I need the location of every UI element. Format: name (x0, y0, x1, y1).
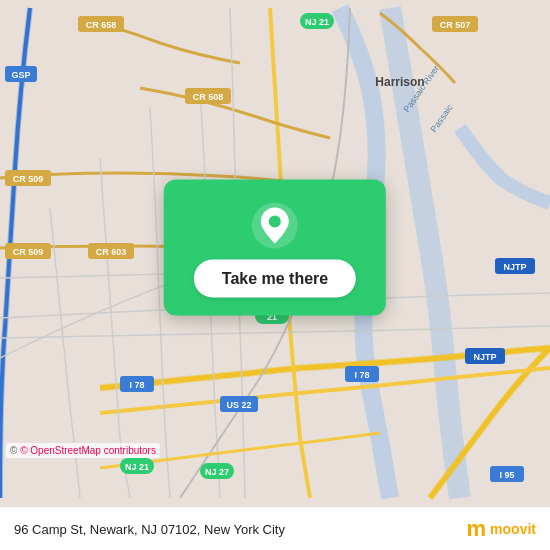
svg-text:I 95: I 95 (499, 470, 514, 480)
moovit-m-icon: m (467, 516, 487, 542)
osm-link[interactable]: © OpenStreetMap contributors (20, 445, 156, 456)
app-container: CR 658 NJ 21 CR 507 GSP CR 509 CR 508 Ha… (0, 0, 550, 550)
svg-text:NJTP: NJTP (503, 262, 526, 272)
address-container: 96 Camp St, Newark, NJ 07102, New York C… (14, 520, 285, 538)
svg-text:CR 658: CR 658 (86, 20, 117, 30)
address-main: 96 Camp St, Newark, NJ 07102, (14, 522, 200, 537)
svg-text:CR 509: CR 509 (13, 174, 44, 184)
map-area: CR 658 NJ 21 CR 507 GSP CR 509 CR 508 Ha… (0, 0, 550, 506)
address-city: New York City (204, 522, 285, 537)
svg-text:GSP: GSP (11, 70, 30, 80)
address-text: 96 Camp St, Newark, NJ 07102, New York C… (14, 522, 285, 537)
overlay-card: Take me there (164, 180, 386, 316)
moovit-logo: m moovit (467, 516, 536, 542)
svg-text:NJ 21: NJ 21 (125, 462, 149, 472)
svg-text:I 78: I 78 (354, 370, 369, 380)
svg-text:CR 507: CR 507 (440, 20, 471, 30)
map-pin-icon (251, 202, 299, 250)
svg-text:NJ 27: NJ 27 (205, 467, 229, 477)
copyright-symbol: © (10, 445, 17, 456)
moovit-brand-text: moovit (490, 521, 536, 537)
osm-credit: © © OpenStreetMap contributors (6, 443, 160, 458)
svg-text:I 78: I 78 (129, 380, 144, 390)
svg-point-39 (269, 216, 281, 228)
svg-text:CR 603: CR 603 (96, 247, 127, 257)
svg-text:CR 508: CR 508 (193, 92, 224, 102)
take-me-there-button[interactable]: Take me there (194, 260, 356, 298)
svg-text:CR 509: CR 509 (13, 247, 44, 257)
svg-text:US 22: US 22 (226, 400, 251, 410)
bottom-bar: 96 Camp St, Newark, NJ 07102, New York C… (0, 506, 550, 550)
svg-text:NJTP: NJTP (473, 352, 496, 362)
svg-text:NJ 21: NJ 21 (305, 17, 329, 27)
